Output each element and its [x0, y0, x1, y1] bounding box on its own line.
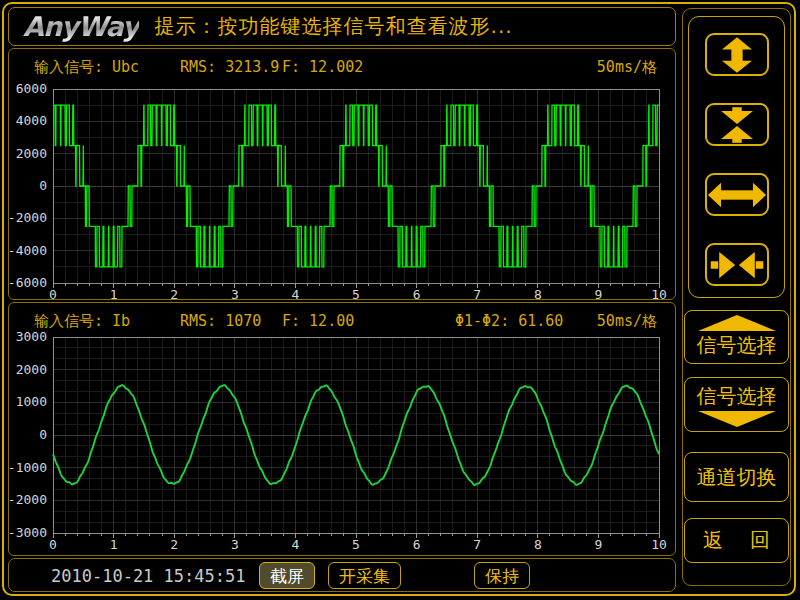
svg-text:4000: 4000 [16, 113, 47, 128]
compress-vertical-button[interactable] [705, 103, 769, 146]
svg-text:-4000: -4000 [9, 243, 47, 258]
screenshot-button[interactable]: 截屏 [259, 562, 315, 589]
svg-text:0: 0 [39, 427, 47, 442]
power-analyzer-screen: AnyWay 提示：按功能键选择信号和查看波形... 输入信号: Ubc RMS… [0, 0, 800, 600]
svg-text:5: 5 [352, 537, 360, 552]
datetime-display: 2010-10-21 15:45:51 [51, 566, 245, 586]
svg-text:3: 3 [231, 537, 239, 552]
hold-button[interactable]: 保持 [474, 562, 530, 589]
channel-switch-label: 通道切换 [697, 464, 777, 491]
svg-text:2000: 2000 [16, 362, 47, 377]
svg-text:-2000: -2000 [9, 492, 47, 507]
svg-text:0: 0 [39, 178, 47, 193]
status-bar: 2010-10-21 15:45:51 截屏 开采集 保持 [8, 558, 676, 592]
svg-text:6000: 6000 [16, 81, 47, 96]
back-button[interactable]: 返 回 [684, 518, 789, 563]
svg-text:3: 3 [231, 287, 239, 299]
svg-text:6: 6 [413, 287, 421, 299]
zoom-button-group [688, 16, 785, 298]
expand-horizontal-button[interactable] [705, 173, 769, 216]
svg-text:7: 7 [473, 287, 481, 299]
svg-text:6: 6 [413, 537, 421, 552]
channel-switch-button[interactable]: 通道切换 [684, 452, 789, 502]
svg-text:10: 10 [651, 537, 667, 552]
svg-text:4: 4 [291, 287, 299, 299]
current-waveform-chart: 3000200010000-1000-2000-3000012345678910 [9, 303, 675, 555]
svg-text:1000: 1000 [16, 394, 47, 409]
compress-horizontal-button[interactable] [705, 243, 769, 286]
compress-horizontal-icon [707, 246, 767, 284]
back-label-left: 返 [703, 527, 723, 554]
signal-select-down-label: 信号选择 [697, 383, 777, 410]
svg-text:4: 4 [291, 537, 299, 552]
svg-text:0: 0 [49, 287, 57, 299]
header-bar: AnyWay 提示：按功能键选择信号和查看波形... [8, 7, 676, 46]
svg-text:-3000: -3000 [9, 525, 47, 540]
svg-text:-1000: -1000 [9, 460, 47, 475]
svg-text:9: 9 [594, 537, 602, 552]
svg-text:0: 0 [49, 537, 57, 552]
svg-text:2000: 2000 [16, 146, 47, 161]
svg-text:1: 1 [110, 287, 118, 299]
back-label-right: 回 [750, 527, 770, 554]
expand-vertical-icon [707, 36, 767, 74]
sidebar: 信号选择 信号选择 通道切换 返 回 [682, 8, 794, 592]
svg-text:5: 5 [352, 287, 360, 299]
signal-select-up-button[interactable]: 信号选择 [684, 310, 789, 364]
triangle-down-icon [695, 411, 779, 427]
compress-vertical-icon [707, 106, 767, 144]
voltage-waveform-panel: 输入信号: Ubc RMS: 3213.9 F: 12.002 50ms/格 6… [8, 48, 676, 300]
signal-select-up-label: 信号选择 [697, 332, 777, 359]
triangle-up-icon [695, 315, 779, 331]
signal-select-down-button[interactable]: 信号选择 [684, 377, 789, 432]
svg-text:10: 10 [651, 287, 667, 299]
svg-text:7: 7 [473, 537, 481, 552]
svg-text:1: 1 [110, 537, 118, 552]
voltage-waveform-chart: 6000400020000-2000-4000-6000012345678910 [9, 49, 675, 299]
header-tip-text: 提示：按功能键选择信号和查看波形... [155, 13, 513, 40]
svg-text:2: 2 [170, 287, 178, 299]
svg-text:3000: 3000 [16, 329, 47, 344]
expand-horizontal-icon [707, 176, 767, 214]
svg-text:2: 2 [170, 537, 178, 552]
svg-text:9: 9 [594, 287, 602, 299]
anyway-logo: AnyWay [23, 11, 139, 42]
svg-text:8: 8 [534, 287, 542, 299]
svg-text:8: 8 [534, 537, 542, 552]
start-capture-button[interactable]: 开采集 [328, 562, 401, 589]
svg-text:-6000: -6000 [9, 275, 47, 290]
expand-vertical-button[interactable] [705, 33, 769, 76]
svg-text:-2000: -2000 [9, 210, 47, 225]
current-waveform-panel: 输入信号: Ib RMS: 1070 F: 12.00 Φ1-Φ2: 61.60… [8, 302, 676, 556]
